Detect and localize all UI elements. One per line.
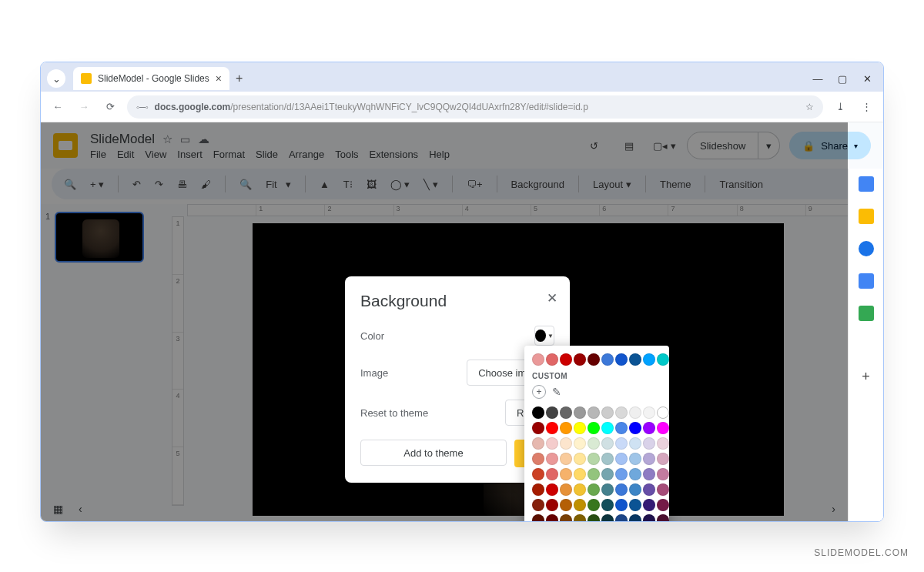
back-button[interactable]: ←: [49, 98, 67, 116]
color-swatch[interactable]: [629, 453, 641, 465]
close-window-icon[interactable]: ✕: [862, 73, 872, 85]
color-swatch[interactable]: [560, 499, 572, 511]
color-swatch[interactable]: [574, 499, 586, 511]
color-swatch[interactable]: [657, 499, 669, 511]
maps-icon[interactable]: [859, 306, 874, 321]
color-swatch[interactable]: [615, 406, 628, 419]
color-swatch[interactable]: [629, 514, 641, 522]
color-swatch[interactable]: [601, 514, 614, 522]
close-tab-icon[interactable]: ×: [216, 72, 222, 85]
color-swatch[interactable]: [601, 499, 614, 511]
color-swatch[interactable]: [588, 453, 600, 465]
reload-button[interactable]: ⟳: [101, 98, 119, 116]
color-swatch[interactable]: [546, 514, 558, 522]
color-swatch[interactable]: [588, 514, 600, 522]
color-swatch[interactable]: [629, 468, 641, 480]
color-swatch[interactable]: [615, 483, 628, 496]
color-swatch[interactable]: [588, 422, 600, 434]
color-swatch[interactable]: [643, 468, 655, 480]
color-swatch[interactable]: [546, 353, 558, 366]
star-icon[interactable]: ☆: [805, 102, 814, 112]
color-swatch[interactable]: [574, 453, 586, 465]
forward-button[interactable]: →: [75, 98, 93, 116]
color-swatch[interactable]: [615, 514, 628, 522]
color-swatch[interactable]: [588, 353, 600, 366]
color-swatch[interactable]: [643, 499, 655, 511]
color-swatch[interactable]: [546, 422, 558, 434]
color-swatch[interactable]: [546, 468, 558, 480]
dialog-close-icon[interactable]: ✕: [547, 290, 557, 306]
color-swatch[interactable]: [574, 514, 586, 522]
color-swatch[interactable]: [560, 406, 572, 419]
tasks-icon[interactable]: [859, 241, 874, 256]
add-to-theme-button[interactable]: Add to theme: [360, 440, 507, 466]
color-swatch[interactable]: [546, 499, 558, 511]
color-swatch[interactable]: [601, 437, 614, 450]
addons-plus-icon[interactable]: +: [862, 369, 870, 385]
color-swatch[interactable]: [615, 353, 628, 366]
color-swatch[interactable]: [532, 483, 544, 496]
color-swatch[interactable]: [588, 499, 600, 511]
color-swatch[interactable]: [629, 437, 641, 450]
color-swatch[interactable]: [643, 406, 655, 419]
color-swatch[interactable]: [615, 468, 628, 480]
color-swatch[interactable]: [546, 453, 558, 465]
color-swatch[interactable]: [560, 514, 572, 522]
add-custom-color-icon[interactable]: +: [532, 385, 546, 399]
color-swatch[interactable]: [560, 353, 572, 366]
color-swatch[interactable]: [629, 499, 641, 511]
color-swatch[interactable]: [629, 406, 641, 419]
color-swatch[interactable]: [532, 437, 544, 450]
color-swatch[interactable]: [588, 483, 600, 496]
color-swatch[interactable]: [601, 353, 614, 366]
color-swatch[interactable]: [532, 406, 544, 419]
color-swatch[interactable]: [629, 353, 641, 366]
address-bar[interactable]: ◦─◦ docs.google.com/presentation/d/13AAe…: [127, 95, 823, 119]
color-swatch[interactable]: [643, 514, 655, 522]
color-swatch[interactable]: [560, 483, 572, 496]
contacts-icon[interactable]: [859, 273, 874, 289]
color-swatch[interactable]: [532, 422, 544, 434]
color-swatch[interactable]: [574, 406, 586, 419]
color-swatch[interactable]: [657, 437, 669, 450]
color-swatch[interactable]: [574, 353, 586, 366]
color-swatch[interactable]: [615, 453, 628, 465]
browser-tab[interactable]: SlideModel - Google Slides ×: [73, 67, 229, 90]
color-swatch[interactable]: [643, 353, 655, 366]
color-swatch[interactable]: [601, 483, 614, 496]
color-swatch[interactable]: [574, 422, 586, 434]
color-swatch[interactable]: [532, 499, 544, 511]
color-swatch[interactable]: [588, 468, 600, 480]
keep-icon[interactable]: [859, 209, 874, 224]
site-info-icon[interactable]: ◦─◦: [136, 102, 149, 112]
color-swatch[interactable]: [601, 468, 614, 480]
color-swatch[interactable]: [657, 422, 669, 434]
color-swatch[interactable]: [574, 468, 586, 480]
color-swatch[interactable]: [601, 453, 614, 465]
color-swatch[interactable]: [657, 468, 669, 480]
color-swatch[interactable]: [601, 422, 614, 434]
color-swatch[interactable]: [546, 437, 558, 450]
color-swatch[interactable]: [657, 406, 669, 419]
color-swatch[interactable]: [643, 437, 655, 450]
new-tab-button[interactable]: +: [236, 72, 243, 85]
tab-search-button[interactable]: ⌄: [47, 69, 65, 88]
color-swatch[interactable]: [657, 353, 669, 366]
browser-menu-icon[interactable]: ⋮: [857, 98, 875, 116]
eyedropper-icon[interactable]: ✎: [552, 386, 561, 398]
color-swatch[interactable]: [574, 437, 586, 450]
color-swatch[interactable]: [546, 483, 558, 496]
color-swatch[interactable]: [560, 468, 572, 480]
color-swatch[interactable]: [615, 499, 628, 511]
color-swatch[interactable]: [629, 483, 641, 496]
color-swatch[interactable]: [657, 514, 669, 522]
color-swatch[interactable]: [601, 406, 614, 419]
minimize-icon[interactable]: —: [812, 73, 823, 85]
color-swatch[interactable]: [643, 453, 655, 465]
color-swatch[interactable]: [588, 406, 600, 419]
color-swatch[interactable]: [643, 483, 655, 496]
color-swatch[interactable]: [546, 406, 558, 419]
color-swatch[interactable]: [560, 422, 572, 434]
color-swatch[interactable]: [657, 453, 669, 465]
color-swatch[interactable]: [643, 422, 655, 434]
